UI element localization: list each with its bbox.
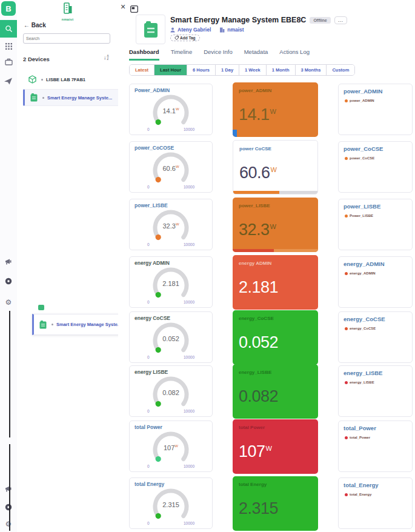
organization-icon[interactable] (0, 53, 17, 70)
value-tile-2: power CoCSE60.6W (233, 140, 318, 195)
chart-title: power_LISBE (344, 203, 380, 210)
tile-title: total Energy (239, 482, 267, 487)
legend-label: power_ADMIN (350, 99, 374, 102)
sidebar-item-device-duplicate[interactable]: Smart Energy Manage Syste... (32, 314, 124, 335)
gauge-minmax: 010000 (141, 355, 201, 359)
sidebar-item-device[interactable]: LISBE LAB 7FAB1 (23, 71, 118, 87)
range-button-custom[interactable]: Custom (327, 65, 354, 75)
tab-dashboard[interactable]: Dashboard (129, 48, 159, 61)
tile-value: 2.315 (239, 499, 278, 518)
legend-dot-icon (345, 272, 348, 275)
range-button-1-day[interactable]: 1 Day (216, 65, 239, 75)
gauge-max: 10000 (184, 355, 194, 359)
add-tag-button[interactable]: Add Tag (170, 35, 200, 41)
gauge-minmax: 010000 (141, 185, 201, 189)
close-icon[interactable]: × (121, 2, 125, 11)
help-circle-icon-2[interactable] (0, 499, 17, 516)
tile-title: energy ADMIN (239, 261, 271, 266)
range-button-1-week[interactable]: 1 Week (239, 65, 267, 75)
range-button-last-hour[interactable]: Last Hour (154, 65, 187, 75)
gauge-value: 0.082 (130, 389, 212, 396)
value-tile-7: total Power107W (233, 419, 318, 474)
legend-label: power_CoCSE (350, 156, 374, 160)
chart-legend: Power_LISBE (345, 214, 373, 218)
search-icon[interactable] (0, 20, 17, 38)
chart-legend: total_Energy (345, 493, 371, 496)
legend-dot-icon (345, 436, 348, 439)
settings-icon[interactable]: ⚙ (0, 294, 17, 311)
gauge-max: 10000 (184, 409, 194, 413)
gauge-dot (156, 513, 161, 519)
chart-legend: power_ADMIN (345, 99, 374, 102)
range-button-3-months[interactable]: 3 Months (296, 65, 327, 75)
range-button-1-month[interactable]: 1 Month (267, 65, 296, 75)
org-header[interactable]: nmaist (17, 2, 118, 21)
tab-actions-log[interactable]: Actions Log (279, 48, 310, 61)
gauge-widget-2: power_CoCOSE60.6W010000 (129, 141, 213, 193)
chart-legend: power_CoCSE (345, 156, 374, 160)
tile-progressbar (233, 249, 318, 252)
cube-icon (28, 75, 36, 84)
send-plane-icon[interactable] (0, 73, 17, 90)
tile-value: 14.1W (239, 105, 276, 124)
legend-label: energy_ADMIN (350, 271, 376, 275)
gauge-dot (156, 347, 161, 353)
value-tile-6: energy_LISBE0.082 (233, 364, 318, 419)
gauge-dot (156, 119, 161, 125)
gauge-dot (156, 401, 161, 407)
gauge-minmax: 010000 (141, 127, 201, 131)
back-button[interactable]: ← Back (24, 22, 46, 28)
value-tile-8: total Energy2.315 (233, 476, 318, 531)
gauge-dot (156, 292, 161, 298)
legend-dot-icon (345, 157, 348, 160)
owner-link[interactable]: Ateny Gabriel (178, 27, 211, 33)
tile-value: 2.181 (239, 278, 278, 297)
chart-title: total_Energy (344, 482, 379, 488)
page-title: Smart Energy Manage System EBE8C (170, 16, 306, 24)
tile-value: 0.052 (239, 333, 278, 352)
sidebar-search-input[interactable] (23, 33, 110, 44)
legend-dot-icon (345, 327, 348, 330)
gauge-min: 0 (147, 355, 150, 359)
gauge-value: 14.1W (130, 107, 212, 115)
tab-timeline[interactable]: Timeline (171, 48, 193, 61)
range-button-latest[interactable]: Latest (130, 65, 154, 75)
device-sidebar: nmaist ← Back 2 Devices ↓AZ LISBE LAB 7F… (17, 0, 119, 532)
device-name: LISBE LAB 7FAB1 (46, 77, 85, 82)
settings-icon-2[interactable]: ⚙ (0, 516, 17, 532)
gauge-minmax: 010000 (141, 521, 201, 525)
time-range-group: LatestLast Hour6 Hours1 Day1 Week1 Month… (129, 64, 355, 76)
more-button[interactable]: … (334, 16, 347, 24)
tab-metadata[interactable]: Metadata (244, 48, 268, 61)
announcement-icon-2[interactable] (0, 480, 17, 497)
device-name: Smart Energy Manage Syste... (47, 95, 112, 101)
gauge-min: 0 (147, 300, 150, 304)
tile-title: energy_CoCSE (239, 316, 274, 321)
value-tile-4: energy ADMIN2.181 (233, 255, 318, 310)
range-button-6-hours[interactable]: 6 Hours (187, 65, 216, 75)
tab-bar: DashboardTimelineDevice InfoMetadataActi… (129, 48, 310, 61)
help-circle-icon[interactable] (0, 273, 17, 290)
sidebar-item-device[interactable]: Smart Energy Manage Syste... (23, 89, 121, 106)
org-link[interactable]: nmaist (227, 27, 244, 33)
tile-title: power_ADMIN (239, 88, 271, 93)
sort-az-icon[interactable]: ↓AZ (104, 55, 109, 61)
gauge-min: 0 (147, 409, 150, 413)
tile-title: energy_LISBE (239, 370, 271, 375)
brand-logo[interactable]: B (1, 1, 16, 16)
chart-title: total_Power (344, 425, 376, 431)
apps-grid-icon[interactable] (0, 38, 17, 55)
tab-device-info[interactable]: Device Info (204, 48, 233, 61)
legend-label: Power_LISBE (350, 214, 373, 218)
chart-title: energy_CoCSE (344, 316, 385, 322)
devices-count-label: 2 Devices (23, 56, 50, 62)
org-name: nmaist (17, 18, 118, 21)
popout-icon[interactable] (130, 4, 138, 15)
tile-title: power_LISBE (239, 203, 270, 208)
gauge-minmax: 010000 (141, 409, 201, 413)
announcement-icon[interactable] (0, 253, 17, 270)
gauge-max: 10000 (184, 521, 194, 525)
gauge-widget-5: energy CoCSE0.052010000 (129, 311, 213, 363)
chart-widget-4: energy_ADMINenergy_ADMIN (338, 256, 413, 308)
gauge-minmax: 010000 (141, 464, 201, 468)
